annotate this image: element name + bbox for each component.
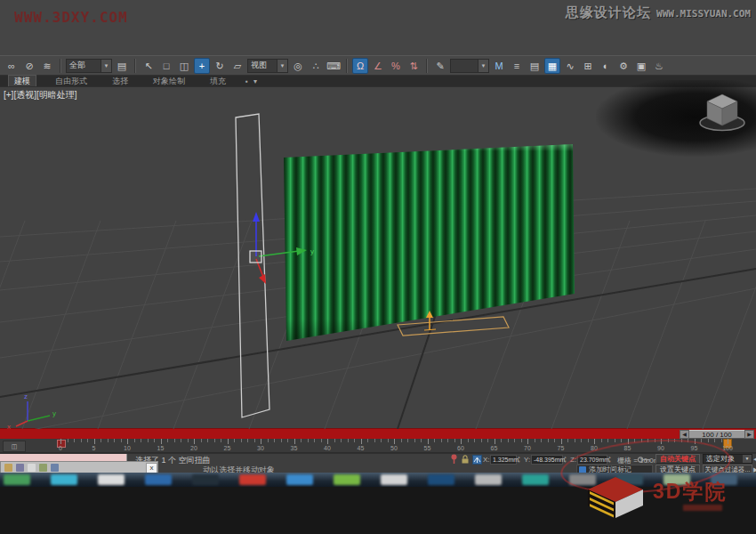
bind-to-space-warp-icon[interactable]: ≋ xyxy=(39,58,55,74)
perspective-viewport[interactable]: y z y x xyxy=(0,86,756,428)
taskbar-app-icon[interactable] xyxy=(522,474,549,485)
frame-tick xyxy=(154,439,155,442)
dropdown-arrow-icon[interactable]: ▼ xyxy=(743,455,752,463)
z-coordinate-field[interactable]: 23.709mm xyxy=(577,455,607,465)
render-production-icon[interactable]: ♨ xyxy=(651,58,667,74)
taskbar-app-icon[interactable] xyxy=(192,474,219,485)
ribbon-config-icon[interactable]: ▪ ▾ xyxy=(245,77,259,85)
lock-icon[interactable] xyxy=(461,454,470,465)
overlay-mini-icon[interactable] xyxy=(28,464,36,472)
move-gizmo[interactable]: y xyxy=(250,212,314,284)
reference-coordinate-dropdown[interactable]: 视图▼ xyxy=(247,59,288,73)
previous-frame-button[interactable]: ◀ xyxy=(680,430,689,439)
overlay-mini-icon[interactable] xyxy=(4,464,12,472)
window-crossing-icon[interactable]: ◫ xyxy=(176,58,192,74)
render-setup-icon[interactable]: ⚙ xyxy=(615,58,631,74)
watermark-forum-url: WWW.MISSYUAN.COM xyxy=(656,8,751,20)
named-selection-dropdown[interactable]: ▼ xyxy=(450,59,489,73)
tab-freeform[interactable]: 自由形式 xyxy=(50,76,92,86)
taskbar-app-icon[interactable] xyxy=(4,474,30,485)
ribbon-toggle-icon[interactable]: ▦ xyxy=(544,58,560,74)
tab-selection[interactable]: 选择 xyxy=(107,76,133,86)
time-slider[interactable]: ◀ 100 / 100 ▶ xyxy=(0,428,756,439)
open-mini-curve-editor-button[interactable]: ◫ xyxy=(3,441,26,452)
gizmo-center-handle[interactable] xyxy=(250,251,261,263)
select-and-rotate-icon[interactable]: ↻ xyxy=(212,58,228,74)
keyboard-override-icon[interactable]: ⌨ xyxy=(326,58,342,74)
taskbar-app-icon[interactable] xyxy=(428,474,454,485)
taskbar-app-icon[interactable] xyxy=(286,474,313,485)
key-selection-set-dropdown[interactable]: 选定对象▼ xyxy=(703,454,752,464)
frame-tick xyxy=(554,439,555,442)
use-pivot-center-icon[interactable]: ◎ xyxy=(290,58,306,74)
tab-populate[interactable]: 填充 xyxy=(205,76,231,86)
frame-tick xyxy=(334,439,335,442)
auto-key-button[interactable]: 自动关键点 xyxy=(655,454,700,464)
gizmo-y-axis[interactable] xyxy=(259,251,299,256)
z-spinner[interactable]: ▲▼ xyxy=(607,455,613,465)
set-key-big-key-icon[interactable] xyxy=(637,456,651,464)
taskbar-app-icon[interactable] xyxy=(51,474,77,485)
select-by-name-icon[interactable]: ▤ xyxy=(114,58,130,74)
x-coordinate-field[interactable]: 1.325mm xyxy=(490,455,517,465)
frame-tick xyxy=(348,439,349,442)
taskbar-app-icon[interactable] xyxy=(334,474,360,485)
taskbar-app-icon[interactable] xyxy=(98,474,125,485)
absolute-offset-mode-icon[interactable] xyxy=(472,455,482,465)
frame-tick xyxy=(641,439,642,442)
curve-editor-icon[interactable]: ∿ xyxy=(562,58,578,74)
frame-tick xyxy=(661,439,662,444)
track-bar[interactable]: ◫ 05101520253035404550556065707580859095… xyxy=(0,439,756,453)
tab-object-paint[interactable]: 对象绘制 xyxy=(148,76,190,86)
selection-region-icon[interactable]: □ xyxy=(158,58,174,74)
x-spinner[interactable]: ▲▼ xyxy=(516,455,522,465)
material-editor-icon[interactable]: ◐ xyxy=(598,58,614,74)
percent-snap-icon[interactable]: % xyxy=(388,58,404,74)
frame-tick-label: 80 xyxy=(591,445,598,451)
select-and-manipulate-icon[interactable]: ∴ xyxy=(308,58,324,74)
frame-tick xyxy=(367,439,368,442)
mirror-icon[interactable]: M xyxy=(491,58,507,74)
overlay-mini-icon[interactable] xyxy=(51,464,59,472)
time-slider-handle[interactable]: ◀ 100 / 100 ▶ xyxy=(680,430,754,439)
pin-selection-lock-icon[interactable] xyxy=(450,454,458,465)
y-spinner[interactable]: ▲▼ xyxy=(562,455,568,465)
y-coordinate-field[interactable]: -48.395mm xyxy=(531,455,563,465)
taskbar-app-icon[interactable] xyxy=(145,474,172,485)
rendered-frame-icon[interactable]: ▣ xyxy=(633,58,649,74)
spinner-snap-icon[interactable]: ⇅ xyxy=(406,58,422,74)
overlay-mini-icon[interactable] xyxy=(39,464,47,472)
snap-toggle-icon[interactable]: Ω xyxy=(352,58,368,74)
frame-tick xyxy=(688,439,688,442)
angle-snap-icon[interactable]: ∠ xyxy=(370,58,386,74)
select-and-scale-icon[interactable]: ▱ xyxy=(229,58,245,74)
next-frame-button[interactable]: ▶ xyxy=(744,430,754,439)
ground-helper-gizmo[interactable] xyxy=(398,311,509,336)
frame-tick xyxy=(527,439,528,444)
frame-tick xyxy=(721,439,722,442)
taskbar-app-icon[interactable] xyxy=(475,474,502,485)
frame-tick xyxy=(308,439,309,442)
schematic-view-icon[interactable]: ⊞ xyxy=(580,58,596,74)
viewport-label[interactable]: [+][透视][明暗处理] xyxy=(4,89,77,101)
watermark-top-right: 思缘设计论坛WWW.MISSYUAN.COM xyxy=(566,4,751,21)
align-icon[interactable]: ≡ xyxy=(509,58,525,74)
frame-tick xyxy=(167,439,168,442)
selection-filter-dropdown[interactable]: 全部▼ xyxy=(66,59,112,73)
select-object-icon[interactable]: ↖ xyxy=(141,58,157,74)
taskbar-app-icon[interactable] xyxy=(239,474,266,485)
select-and-link-icon[interactable]: ∞ xyxy=(4,58,20,74)
edit-named-selections-icon[interactable]: ✎ xyxy=(432,58,448,74)
unlink-selection-icon[interactable]: ⊘ xyxy=(21,58,37,74)
taskbar-overlay-window[interactable]: x xyxy=(0,461,158,473)
viewcube[interactable] xyxy=(700,94,744,131)
frame-tick xyxy=(561,439,562,444)
taskbar-app-icon[interactable] xyxy=(381,474,407,485)
select-and-move-icon[interactable]: + xyxy=(194,58,210,74)
layer-manager-icon[interactable]: ▤ xyxy=(527,58,543,74)
tab-modeling[interactable]: 建模 xyxy=(9,76,36,86)
frame-tick xyxy=(361,439,362,444)
overlay-mini-icon[interactable] xyxy=(16,464,24,472)
wave-spacewarp-gizmo[interactable] xyxy=(236,114,269,417)
frame-tick-label: 65 xyxy=(491,445,498,451)
